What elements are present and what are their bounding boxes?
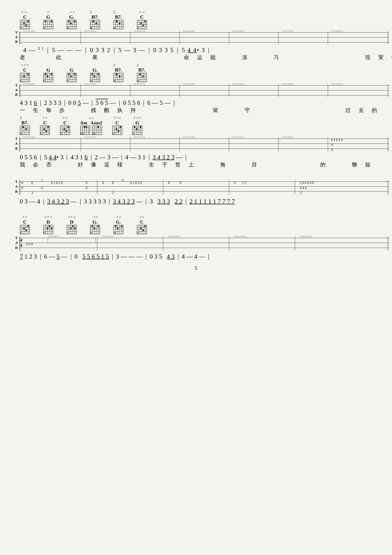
svg-point-157 <box>142 75 144 77</box>
svg-point-234 <box>97 126 99 128</box>
svg-point-44 <box>95 22 97 24</box>
svg-point-121 <box>68 73 70 75</box>
page-number: 5 <box>13 265 379 271</box>
svg-text:T: T <box>15 236 18 240</box>
page: × ○ C <box>0 0 392 555</box>
svg-text:↑↓↑↓↑↓↑↓: ↑↓↑↓↑↓↑↓ <box>84 83 96 86</box>
svg-point-20 <box>45 21 46 22</box>
chord-C-5: × ○ ○ C F/ <box>112 116 122 135</box>
svg-point-361 <box>97 225 99 227</box>
svg-point-386 <box>142 230 144 231</box>
svg-text:0: 0 <box>331 143 333 147</box>
notation-sep-2: | <box>85 46 87 53</box>
svg-text:B/: B/ <box>90 80 93 82</box>
lyrics-row-3: 我 会 否 好 像 這 様 生 于 世 上 無 目 的 鞭 挞 <box>13 161 379 168</box>
chord-G-2: G F/ <box>43 67 53 82</box>
chord-grid: B/ <box>90 20 100 29</box>
svg-text:F/: F/ <box>133 132 135 135</box>
svg-text:F/: F/ <box>43 232 46 234</box>
svg-text:F/: F/ <box>67 80 69 82</box>
svg-text:3: 3 <box>31 191 33 195</box>
svg-point-349 <box>70 227 72 229</box>
svg-text:1: 1 <box>41 179 43 182</box>
chord-D-2: × × ○ D F/ <box>67 215 77 234</box>
svg-point-385 <box>140 227 142 229</box>
svg-text:↑↓↑↓↑↓↑↓: ↑↓↑↓↑↓↑↓ <box>282 30 294 33</box>
svg-point-43 <box>93 21 94 22</box>
svg-point-350 <box>74 227 76 229</box>
notation-row-2: 4 3 1 6 | 2 3 3 3 | 0 0 5 — | 5 6 5 — | … <box>13 99 379 106</box>
section-4: T A B 0 0 1 0 1 0 2 0 0 0 0 0 <box>13 178 379 205</box>
svg-text:0: 0 <box>168 181 170 185</box>
svg-text:0: 0 <box>21 181 23 185</box>
svg-point-223 <box>86 126 87 128</box>
notation-text-2: 5 — — — <box>52 46 82 53</box>
svg-text:↑↓↑↓↑↓↑↓: ↑↓↑↓↑↓↑↓ <box>183 30 195 33</box>
svg-point-65 <box>144 21 146 22</box>
svg-point-211 <box>67 126 69 128</box>
svg-text:A: A <box>15 35 18 39</box>
svg-text:B/: B/ <box>114 80 116 82</box>
svg-text:4: 4 <box>20 243 22 248</box>
section-5: × ○ C F/ <box>13 215 379 260</box>
section-1: × ○ C <box>13 10 379 61</box>
svg-point-111 <box>47 75 48 77</box>
svg-point-372 <box>115 225 116 227</box>
chord-grid: B/ <box>113 20 124 29</box>
svg-text:0: 0 <box>41 186 43 190</box>
svg-text:↑↓↑↓↑↓↑↓: ↑↓↑↓↑↓↑↓ <box>282 136 294 139</box>
section-2: × ○ ○ C F/ <box>13 63 379 114</box>
svg-point-33 <box>70 22 72 24</box>
svg-text:T: T <box>15 180 18 184</box>
svg-text:↑ ≈ − ≈ −: ↑ ≈ − ≈ − <box>48 235 59 238</box>
chord-C-end: × ○ C F/ <box>137 10 147 29</box>
svg-text:F/: F/ <box>20 27 22 29</box>
staff-svg-5: T A B 4 4 0 2 0 ↑ ≈ − ≈ − ↑↓↑↓↑↓↑↓ <box>15 235 391 251</box>
svg-point-213 <box>65 130 67 132</box>
chord-label: G. <box>69 14 74 20</box>
staff-svg-1: T A B ↑↓↑↓↑↓↑↓ <box>15 30 391 45</box>
svg-point-134 <box>97 73 99 75</box>
svg-point-66 <box>140 22 142 24</box>
chord-C-7: × ○ C F/ <box>137 215 147 234</box>
svg-text:B: B <box>15 246 18 250</box>
svg-text:F/: F/ <box>137 27 139 29</box>
chord-D-1: × × ○ D F/ <box>43 215 53 234</box>
svg-text:9: 9 <box>331 148 333 152</box>
svg-text:B/: B/ <box>137 80 140 82</box>
chord-G-1: ○ G F/ <box>43 10 53 29</box>
svg-text:B: B <box>15 146 18 151</box>
chord-G-dot-2: G. B/ <box>90 67 100 82</box>
chord-label: C <box>23 14 27 20</box>
svg-point-324 <box>27 225 29 227</box>
notation-text-3: 0 3 3 2 <box>90 46 111 53</box>
svg-text:↑↓↑↓↑↓↑↓: ↑↓↑↓↑↓↑↓ <box>84 136 96 139</box>
svg-text:B/: B/ <box>90 27 93 29</box>
chord-G-dot-4: ○ ○ G. B/ <box>113 215 124 234</box>
tab-staff-3: T A B ↑↓↑↓↑↓↑↓ ↑↓↑↓↑↓↑↓ ↑↓↑↓↑↓↑↓ ↑↓↑↓↑↓↑… <box>13 136 379 153</box>
svg-text:↑↓↑↓↑↓↑↓: ↑↓↑↓↑↓↑↓ <box>232 136 244 139</box>
svg-point-32 <box>74 21 76 22</box>
svg-text:F/: F/ <box>137 232 139 234</box>
svg-text:B/: B/ <box>67 27 69 29</box>
staff-svg-3: T A B ↑↓↑↓↑↓↑↓ ↑↓↑↓↑↓↑↓ ↑↓↑↓↑↓↑↓ ↑↓↑↓↑↓↑… <box>15 136 391 152</box>
svg-point-348 <box>72 225 74 227</box>
svg-text:↑↓↑↓↑↓↑↓: ↑↓↑↓↑↓↑↓ <box>168 235 180 238</box>
svg-text:F/: F/ <box>43 27 46 29</box>
svg-point-8 <box>27 21 29 22</box>
svg-point-10 <box>25 25 27 26</box>
svg-text:2 0 0 0 0 0: 2 0 0 0 0 0 <box>300 181 314 185</box>
svg-text:B/: B/ <box>114 27 116 29</box>
notation-text-4: 5 — 3 — <box>119 46 145 53</box>
svg-text:↑↓↑↓↑↓↑↓: ↑↓↑↓↑↓↑↓ <box>282 83 294 86</box>
chord-C-1: × ○ C <box>20 10 30 29</box>
svg-point-110 <box>50 73 52 75</box>
svg-point-336 <box>49 225 50 227</box>
chord-C-2: × ○ ○ C F/ <box>20 63 30 82</box>
tab-staff-5: T A B 4 4 0 2 0 ↑ ≈ − ≈ − ↑↓↑↓↑↓↑↓ <box>13 235 379 252</box>
svg-text:F/: F/ <box>112 132 115 135</box>
svg-text:F/: F/ <box>20 232 22 234</box>
svg-point-145 <box>116 73 117 75</box>
svg-text:0: 0 <box>234 181 236 185</box>
chord-G-3: G F/ <box>67 67 77 82</box>
